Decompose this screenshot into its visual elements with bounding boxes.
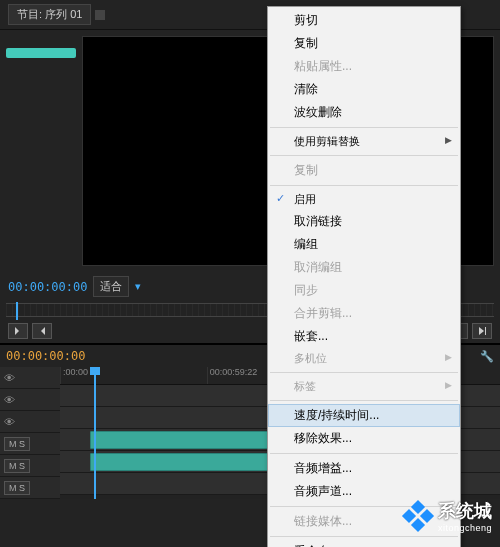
ctx-clear[interactable]: 清除 xyxy=(268,78,460,101)
track-toggle-a2[interactable]: M S xyxy=(4,481,30,495)
separator xyxy=(270,372,458,373)
submenu-arrow-icon: ▶ xyxy=(445,352,452,362)
ctx-ungroup: 取消编组 xyxy=(268,256,460,279)
ctx-enable[interactable]: ✓启用 xyxy=(268,189,460,210)
playhead-timecode[interactable]: 00:00:00:00 xyxy=(8,280,87,294)
submenu-arrow-icon: ▶ xyxy=(445,380,452,390)
context-menu: 剪切 复制 粘贴属性... 清除 波纹删除 使用剪辑替换▶ 复制 ✓启用 取消链… xyxy=(267,6,461,547)
track-headers: 👁 👁 👁 M S M S M S xyxy=(0,367,60,499)
separator xyxy=(270,155,458,156)
playhead-indicator[interactable] xyxy=(94,367,96,499)
track-toggle-v[interactable]: M S xyxy=(4,437,30,451)
ctx-cut[interactable]: 剪切 xyxy=(268,9,460,32)
ctx-duplicate: 复制 xyxy=(268,159,460,182)
ctx-unlink[interactable]: 取消链接 xyxy=(268,210,460,233)
chevron-down-icon: ▾ xyxy=(135,280,141,293)
track-toggle-a[interactable]: M S xyxy=(4,459,30,473)
separator xyxy=(270,453,458,454)
tab-dropdown-icon[interactable] xyxy=(95,10,105,20)
ctx-group[interactable]: 编组 xyxy=(268,233,460,256)
ctx-paste-attributes: 粘贴属性... xyxy=(268,55,460,78)
program-tab[interactable]: 节目: 序列 01 xyxy=(8,4,91,25)
separator xyxy=(270,400,458,401)
check-icon: ✓ xyxy=(276,192,285,205)
eye-icon[interactable]: 👁 xyxy=(4,372,16,384)
zoom-fit-dropdown[interactable]: 适合 xyxy=(93,276,129,297)
ctx-remove-effects[interactable]: 移除效果... xyxy=(268,427,460,450)
timeline-timecode[interactable]: 00:00:00:00 xyxy=(6,349,85,363)
watermark: 系统城 xitongcheng xyxy=(404,499,492,533)
submenu-arrow-icon: ▶ xyxy=(445,135,452,145)
ctx-rename[interactable]: 重命名... xyxy=(268,540,460,547)
watermark-logo-icon xyxy=(404,502,432,530)
ctx-label: 标签▶ xyxy=(268,376,460,397)
wrench-icon[interactable]: 🔧 xyxy=(480,350,494,363)
ctx-speed-duration[interactable]: 速度/持续时间... xyxy=(268,404,460,427)
separator xyxy=(270,127,458,128)
ctx-audio-gain[interactable]: 音频增益... xyxy=(268,457,460,480)
ruler-tick: :00:00 xyxy=(60,367,207,384)
watermark-subtitle: xitongcheng xyxy=(438,523,492,533)
ctx-multicam: 多机位▶ xyxy=(268,348,460,369)
ctx-copy[interactable]: 复制 xyxy=(268,32,460,55)
eye-icon[interactable]: 👁 xyxy=(4,416,16,428)
mark-in-button[interactable] xyxy=(8,323,28,339)
eye-icon[interactable]: 👁 xyxy=(4,394,16,406)
separator xyxy=(270,185,458,186)
ctx-synchronize: 同步 xyxy=(268,279,460,302)
goto-out-button[interactable] xyxy=(472,323,492,339)
source-thumb[interactable] xyxy=(6,48,76,58)
ctx-nest[interactable]: 嵌套... xyxy=(268,325,460,348)
ctx-merge-clips: 合并剪辑... xyxy=(268,302,460,325)
separator xyxy=(270,536,458,537)
mark-out-button[interactable] xyxy=(32,323,52,339)
ctx-ripple-delete[interactable]: 波纹删除 xyxy=(268,101,460,124)
watermark-title: 系统城 xyxy=(438,501,492,521)
ctx-replace-with-clip[interactable]: 使用剪辑替换▶ xyxy=(268,131,460,152)
